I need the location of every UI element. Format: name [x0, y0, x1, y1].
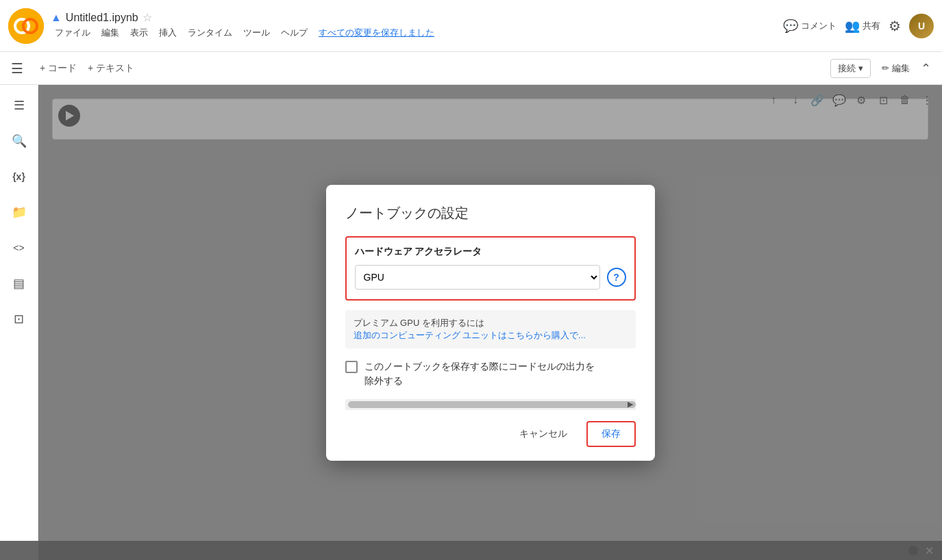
title-area: ▲ Untitled1.ipynb ☆ ファイル 編集 表示 挿入 ランタイム … [51, 11, 438, 40]
add-text-button[interactable]: + テキスト [88, 62, 134, 75]
info-text: プレミアム GPU を利用するには [354, 318, 484, 328]
connect-label: 接続 [838, 62, 856, 75]
content-area: ↑ ↓ 🔗 💬 ⚙ ⊡ 🗑 ⋮ ノートブックの設定 ハードウェア アクセラレータ [38, 85, 942, 560]
hardware-accelerator-section: ハードウェア アクセラレータ なし GPU TPU ? [345, 236, 636, 301]
share-icon: 👥 [845, 18, 860, 34]
scrollbar-thumb[interactable] [348, 401, 636, 408]
colab-logo[interactable] [8, 8, 44, 44]
checkbox-row: このノートブックを保存する際にコードセルの出力を除外する [345, 359, 636, 388]
sidebar: ☰ 🔍 {x} 📁 <> ▤ ⊡ [0, 85, 38, 560]
collapse-icon[interactable]: ⌃ [921, 61, 931, 76]
hamburger-icon[interactable]: ☰ [11, 60, 23, 77]
settings-icon[interactable]: ⚙ [889, 18, 901, 34]
cancel-button[interactable]: キャンセル [508, 422, 578, 446]
menu-edit[interactable]: 編集 [97, 25, 123, 40]
menu-help[interactable]: ヘルプ [277, 25, 312, 40]
svg-point-0 [8, 8, 44, 44]
help-icon[interactable]: ? [607, 268, 626, 287]
star-icon[interactable]: ☆ [142, 11, 152, 24]
add-text-label: + テキスト [88, 62, 134, 75]
sidebar-item-terminal[interactable]: ⊡ [7, 307, 32, 331]
toolbar2: ☰ + コード + テキスト 接続 ▾ ✏ 編集 ⌃ [0, 52, 942, 85]
top-bar: ▲ Untitled1.ipynb ☆ ファイル 編集 表示 挿入 ランタイム … [0, 0, 942, 52]
dialog-title: ノートブックの設定 [345, 204, 636, 222]
saved-status: すべての変更を保存しました [314, 25, 438, 40]
menu-insert[interactable]: 挿入 [155, 25, 181, 40]
edit-label: 編集 [892, 62, 910, 75]
add-code-button[interactable]: + コード [40, 62, 77, 75]
hardware-accelerator-select[interactable]: なし GPU TPU [355, 265, 600, 290]
sidebar-item-toc[interactable]: ☰ [7, 93, 32, 118]
menu-runtime[interactable]: ランタイム [184, 25, 236, 40]
drive-icon: ▲ [51, 12, 62, 24]
sidebar-item-snippets[interactable]: ▤ [7, 271, 32, 296]
exclude-output-label: このノートブックを保存する際にコードセルの出力を除外する [364, 359, 595, 388]
main-area: ☰ 🔍 {x} 📁 <> ▤ ⊡ ↑ ↓ 🔗 💬 ⚙ ⊡ 🗑 ⋮ [0, 85, 942, 560]
notebook-settings-dialog: ノートブックの設定 ハードウェア アクセラレータ なし GPU TPU ? [326, 185, 655, 461]
info-box: プレミアム GPU を利用するには 追加のコンピューティング ユニットはこちらか… [345, 310, 636, 348]
sidebar-item-search[interactable]: 🔍 [7, 129, 32, 153]
hardware-accelerator-label: ハードウェア アクセラレータ [355, 246, 626, 258]
menu-file[interactable]: ファイル [51, 25, 95, 40]
exclude-output-checkbox[interactable] [345, 361, 358, 373]
dialog-buttons: キャンセル 保存 [345, 421, 636, 447]
comment-label: コメント [801, 20, 836, 32]
pencil-icon: ✏ [882, 63, 889, 73]
user-avatar[interactable]: U [909, 14, 934, 38]
topbar-right: 💬 コメント 👥 共有 ⚙ U [783, 14, 934, 38]
sidebar-item-code[interactable]: <> [7, 236, 32, 260]
connect-chevron-icon: ▾ [858, 63, 863, 73]
toolbar2-right: 接続 ▾ ✏ 編集 ⌃ [830, 59, 931, 78]
menu-view[interactable]: 表示 [126, 25, 152, 40]
hw-row: なし GPU TPU ? [355, 265, 626, 290]
share-button[interactable]: 👥 共有 [845, 18, 880, 34]
share-label: 共有 [863, 20, 880, 32]
info-link[interactable]: 追加のコンピューティング ユニットはこちらから購入で... [354, 330, 586, 340]
menu-tools[interactable]: ツール [239, 25, 274, 40]
file-name[interactable]: Untitled1.ipynb [66, 12, 138, 24]
horizontal-scrollbar[interactable]: ◀ ▶ [345, 399, 636, 410]
file-row: ▲ Untitled1.ipynb ☆ [51, 11, 438, 24]
dialog-overlay[interactable]: ノートブックの設定 ハードウェア アクセラレータ なし GPU TPU ? [38, 85, 942, 560]
sidebar-item-variables[interactable]: {x} [7, 164, 32, 189]
connect-button[interactable]: 接続 ▾ [830, 59, 871, 78]
sidebar-item-files[interactable]: 📁 [7, 200, 32, 225]
add-code-label: + コード [40, 62, 77, 75]
comment-icon: 💬 [783, 18, 798, 34]
menu-row: ファイル 編集 表示 挿入 ランタイム ツール ヘルプ すべての変更を保存しまし… [51, 25, 438, 40]
comment-button[interactable]: 💬 コメント [783, 18, 836, 34]
edit-button[interactable]: ✏ 編集 [876, 60, 915, 77]
scroll-right-icon[interactable]: ▶ [625, 399, 636, 410]
save-button[interactable]: 保存 [586, 421, 636, 447]
